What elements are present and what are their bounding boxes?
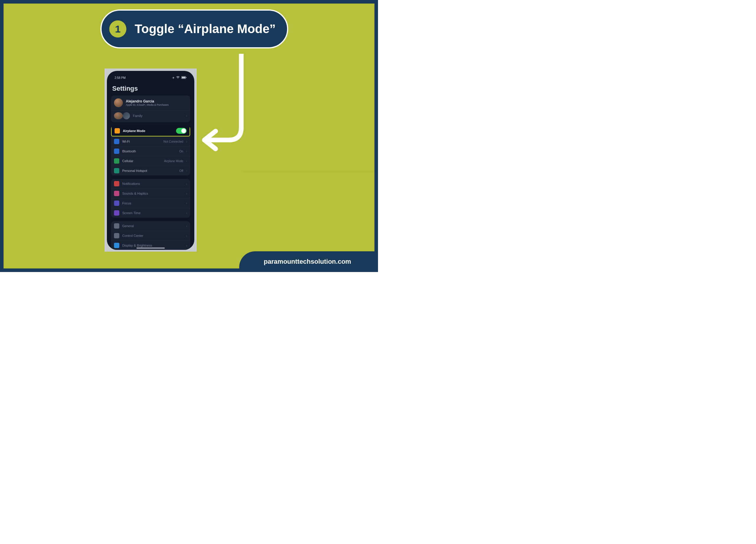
row-label: Bluetooth	[122, 149, 176, 153]
notifications-group: Notifications›Sounds & Haptics›Focus›Scr…	[111, 179, 190, 218]
row-icon	[115, 128, 120, 133]
status-icons: ✈	[172, 76, 187, 79]
step-pill: 1 Toggle “Airplane Mode”	[100, 9, 288, 48]
settings-row[interactable]: CellularAirplane Mode›	[111, 156, 190, 166]
pointer-arrow	[198, 54, 249, 151]
row-label: General	[122, 224, 183, 228]
footer-site: paramounttechsolution.com	[264, 258, 351, 266]
row-value: Not Connected	[164, 140, 183, 143]
row-icon	[114, 191, 119, 196]
phone-screenshot: 2:58 PM ✈ Settings Alejandro Garcia	[105, 69, 197, 252]
settings-row[interactable]: Focus›	[111, 198, 190, 208]
avatar	[114, 98, 123, 107]
step-title: Toggle “Airplane Mode”	[135, 22, 276, 36]
settings-row[interactable]: BluetoothOn›	[111, 146, 190, 156]
chevron-right-icon: ›	[186, 140, 187, 143]
profile-name: Alejandro Garcia	[126, 99, 169, 103]
settings-row[interactable]: Airplane Mode	[111, 126, 190, 136]
settings-row[interactable]: Wi-FiNot Connected›	[111, 136, 190, 146]
family-label: Family	[133, 114, 183, 118]
chevron-right-icon: ›	[186, 234, 187, 237]
row-label: Personal Hotspot	[122, 169, 176, 172]
chevron-right-icon: ›	[186, 201, 187, 205]
general-group: General›Control Center›Display & Brightn…	[111, 221, 190, 250]
row-label: Display & Brightness	[122, 244, 183, 247]
row-icon	[114, 201, 119, 206]
tutorial-card: 1 Toggle “Airplane Mode” 2:58 PM ✈ S	[0, 0, 378, 272]
airplane-icon: ✈	[172, 76, 175, 79]
settings-row[interactable]: Control Center›	[111, 231, 190, 240]
row-icon	[114, 149, 119, 154]
row-icon	[114, 210, 119, 216]
row-label: Wi-Fi	[122, 140, 161, 143]
wifi-icon	[176, 76, 180, 79]
row-label: Sounds & Haptics	[122, 192, 183, 195]
svg-rect-1	[182, 77, 185, 78]
footer-credit: paramounttechsolution.com	[239, 251, 378, 272]
chevron-right-icon: ›	[186, 182, 187, 185]
page-title: Settings	[110, 80, 191, 95]
row-icon	[114, 168, 119, 173]
row-icon	[114, 158, 119, 164]
chevron-right-icon: ›	[186, 192, 187, 195]
settings-row[interactable]: Notifications›	[111, 179, 190, 188]
row-value: On	[179, 150, 183, 153]
settings-row[interactable]: Sounds & Haptics›	[111, 188, 190, 198]
chevron-right-icon: ›	[186, 224, 187, 228]
chevron-right-icon: ›	[186, 114, 187, 118]
battery-icon	[181, 76, 187, 79]
chevron-right-icon: ›	[186, 211, 187, 215]
profile-sub: Apple ID, iCloud+, Media & Purchases	[126, 103, 169, 106]
settings-row[interactable]: Screen Time›	[111, 208, 190, 218]
chevron-right-icon: ›	[186, 169, 187, 172]
row-icon	[114, 243, 119, 248]
avatar	[114, 112, 123, 119]
home-indicator	[136, 247, 165, 249]
row-label: Screen Time	[122, 211, 183, 215]
chevron-right-icon: ›	[186, 159, 187, 163]
settings-row[interactable]: Personal HotspotOff›	[111, 166, 190, 175]
row-label: Control Center	[122, 234, 183, 237]
chevron-right-icon: ›	[186, 244, 187, 247]
row-label: Focus	[122, 201, 183, 205]
row-label: Cellular	[122, 159, 161, 163]
status-time: 2:58 PM	[115, 76, 126, 79]
step-number-badge: 1	[109, 20, 126, 38]
row-icon	[114, 233, 119, 238]
row-icon	[114, 181, 119, 186]
row-value: Off	[179, 169, 183, 172]
profile-group: Alejandro Garcia Apple ID, iCloud+, Medi…	[111, 95, 190, 122]
row-label: Airplane Mode	[123, 129, 173, 133]
chevron-right-icon: ›	[186, 149, 187, 153]
row-icon	[114, 223, 119, 229]
row-icon	[114, 139, 119, 144]
guide-line	[242, 172, 374, 172]
svg-rect-2	[186, 77, 187, 78]
row-value: Airplane Mode	[164, 159, 183, 163]
row-label: Notifications	[122, 182, 183, 185]
family-row[interactable]: Family ›	[111, 110, 190, 122]
connectivity-group: Airplane ModeWi-FiNot Connected›Bluetoot…	[111, 126, 190, 175]
profile-row[interactable]: Alejandro Garcia Apple ID, iCloud+, Medi…	[111, 95, 190, 110]
phone-screen: 2:58 PM ✈ Settings Alejandro Garcia	[107, 71, 194, 250]
avatar	[123, 112, 130, 119]
airplane-mode-toggle[interactable]	[176, 128, 187, 134]
settings-row[interactable]: General›	[111, 221, 190, 231]
status-bar: 2:58 PM ✈	[110, 74, 191, 80]
